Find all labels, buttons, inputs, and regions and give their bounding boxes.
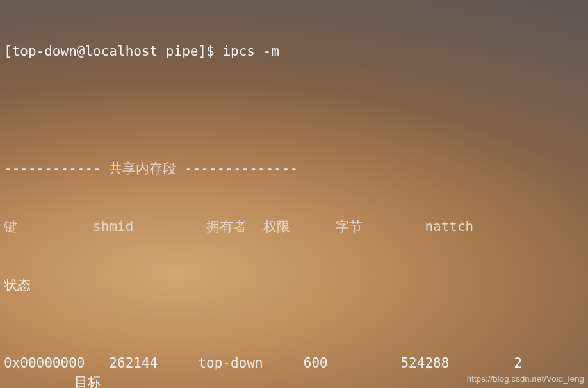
section-header: ------------ 共享内存段 -------------- [4,159,584,178]
dashes-left: ------------ [4,161,109,176]
header-key: 键 [4,217,93,236]
dashes-right: -------------- [176,161,298,176]
header-nattch: nattch [425,217,482,236]
cell-key: 0x00000000 [4,353,93,373]
cell-perm: 600 [304,353,384,373]
prompt-close: ]$ [198,44,222,59]
prompt-command: ipcs -m [222,44,279,59]
prompt-line: [top-down@localhost pipe]$ ipcs -m [4,42,584,61]
prompt-open: [ [4,44,12,59]
terminal-screen[interactable]: [top-down@localhost pipe]$ ipcs -m -----… [0,0,588,388]
rows-container: 0x00000000262144top-down6005242882目标0x00… [4,353,584,388]
blank-line [4,100,584,119]
cell-nattch: 2 [498,353,522,373]
header-shmid: shmid [93,217,206,236]
header-status-wrap: 状态 [4,275,584,295]
prompt-user-host: top-down@localhost pipe [12,44,199,59]
header-bytes: 字节 [336,217,425,236]
cell-owner: top-down [198,353,287,373]
cell-bytes: 524288 [400,353,498,373]
cell-status: 目标 [4,373,584,388]
column-headers: 键shmid拥有者权限字节nattch [4,217,584,236]
table-row: 0x00000000262144top-down6005242882 [4,353,584,373]
header-perm: 权限 [263,217,336,236]
header-owner: 拥有者 [206,217,263,236]
section-title: 共享内存段 [109,161,176,176]
cell-shmid: 262144 [109,353,182,373]
